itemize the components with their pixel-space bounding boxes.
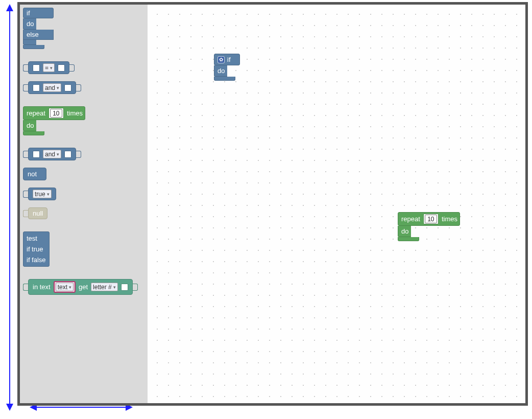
ws-repeat-count-input[interactable]: 10 [425,215,437,223]
if-false-label: if false [27,256,46,264]
workspace-canvas[interactable]: ✿ if do repeat 10 times do [148,5,525,403]
repeat-label: repeat [27,109,45,117]
letter-mode-value: letter # [93,284,112,291]
ws-repeat-label: repeat [401,215,420,223]
and1-op-value: and [45,84,55,91]
boolean-dropdown[interactable]: true▾ [33,190,52,198]
letter-index-slot[interactable] [121,284,128,291]
and1-left-slot[interactable] [33,84,40,91]
block-in-text-get[interactable]: in text text▾ get letter #▾ [23,279,144,295]
compare-left-slot[interactable] [33,64,40,72]
letter-mode-dropdown[interactable]: letter #▾ [91,283,118,291]
test-label: test [27,235,37,242]
get-label: get [79,283,88,291]
compare-right-slot[interactable] [58,64,65,72]
and2-left-slot[interactable] [33,151,40,158]
block-logic-and-2[interactable]: and▾ [23,148,144,160]
block-logic-and-1[interactable]: and▾ [23,81,144,94]
times-label: times [67,109,83,117]
and1-right-slot[interactable] [64,84,71,91]
ws-repeat-do-label: do [401,227,408,235]
gear-icon[interactable]: ✿ [217,56,225,63]
toolbox-panel[interactable]: if do else [20,5,148,403]
text-var-value: text [58,284,67,291]
compare-op-dropdown[interactable]: =▾ [43,63,55,72]
if-label: if [27,9,30,17]
boolean-value: true [35,191,45,198]
block-boolean[interactable]: true▾ [23,188,144,200]
blockly-editor: if do else [17,2,528,406]
compare-op-value: = [45,64,49,72]
else-label: else [27,31,39,38]
block-if-do-else[interactable]: if do else [23,8,54,49]
horizontal-scroll-arrow-icon [31,407,132,408]
block-compare[interactable]: =▾ [23,61,144,74]
block-repeat[interactable]: repeat 10 times do [23,106,85,135]
ws-times-label: times [442,215,457,223]
in-text-label: in text [33,283,51,291]
ws-block-if[interactable]: ✿ if do [214,54,244,81]
block-not[interactable]: not [23,168,144,180]
block-null[interactable]: null [23,207,144,219]
block-ternary[interactable]: test if true if false [23,231,50,267]
vertical-scroll-arrow-icon [9,5,10,410]
repeat-count-input[interactable]: 10 [50,109,62,118]
ws-block-repeat[interactable]: repeat 10 times do [398,212,460,241]
text-var-dropdown[interactable]: text▾ [56,283,74,291]
and1-op-dropdown[interactable]: and▾ [43,83,61,92]
ws-if-do-label: do [217,67,225,75]
ws-if-label: if [227,56,231,63]
and2-right-slot[interactable] [64,151,71,158]
do-label: do [27,20,34,28]
and2-op-dropdown[interactable]: and▾ [43,150,61,158]
null-label: null [33,210,43,217]
not-label: not [28,170,37,178]
and2-op-value: and [45,151,55,158]
if-true-label: if true [27,245,43,253]
repeat-do-label: do [27,122,34,129]
